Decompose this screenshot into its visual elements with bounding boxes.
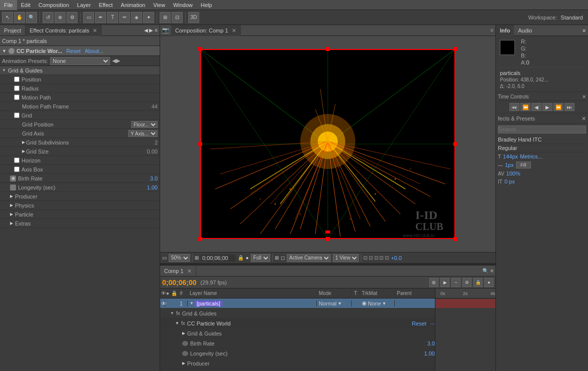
toolbar-pen[interactable]: ✒	[95, 12, 106, 23]
panel-close-btn[interactable]: ✕	[93, 28, 97, 34]
time-controls-close[interactable]: ✕	[582, 94, 586, 100]
position-checkbox[interactable]	[14, 76, 20, 82]
comp-zoom-select[interactable]: 50%	[169, 254, 190, 262]
ep-size-value[interactable]: 144px	[503, 154, 518, 160]
extras-arrow[interactable]: ▶	[10, 221, 13, 226]
preset-next[interactable]: ▶	[116, 58, 120, 64]
grid-subdivisions-expand[interactable]: ▶	[22, 140, 26, 144]
birth-rate-value[interactable]: 3.0	[150, 176, 158, 182]
preset-prev[interactable]: ◀	[112, 58, 116, 64]
comp-tab-main[interactable]: Composition: Comp 1 ✕	[171, 25, 241, 36]
comp-tab-close[interactable]: ✕	[232, 28, 236, 34]
ep-search[interactable]	[498, 126, 586, 134]
motion-path-frame-value[interactable]: 44	[152, 104, 158, 110]
timeline-timecode[interactable]: 0;00;06;00	[162, 278, 197, 286]
comp-fit-icon[interactable]: ⊞	[195, 255, 199, 260]
layer1-mode[interactable]: Normal ▼	[317, 300, 352, 306]
reset-btn[interactable]: Reset	[66, 48, 81, 54]
ep-fill-btn[interactable]: Fill	[516, 162, 531, 168]
comp-res-select[interactable]: Full	[251, 254, 270, 262]
toolbar-stamp[interactable]: ◈	[131, 12, 142, 23]
toolbar-settings[interactable]: ⚙	[67, 12, 78, 23]
section-grid-guides[interactable]: ▼ Grid & Guides	[0, 66, 160, 75]
comp-mask-icon[interactable]: ◻	[281, 255, 285, 260]
horizon-checkbox[interactable]	[14, 158, 20, 163]
comp-lock-icon[interactable]: 🔒	[238, 255, 244, 260]
toolbar-text[interactable]: T	[107, 12, 118, 23]
comp-grid-icon[interactable]: ⊞	[275, 255, 279, 260]
menu-help[interactable]: Help	[197, 0, 216, 10]
tab-audio[interactable]: Audio	[514, 25, 536, 36]
toolbar-move-anchor[interactable]: ⊞	[160, 12, 171, 23]
layer-row-1[interactable]: 👁 1 ▼ [particals] Normal ▼	[160, 298, 435, 308]
anim-presets-select[interactable]: None	[50, 57, 110, 65]
menu-edit[interactable]: Edit	[17, 0, 35, 10]
toolbar-brush[interactable]: ✏	[119, 12, 130, 23]
layer1-eye[interactable]: 👁	[160, 300, 165, 306]
timeline-flow-btn[interactable]: ~	[451, 278, 460, 287]
grid-subdivisions-value[interactable]: 2	[155, 140, 158, 146]
grid-position-select[interactable]: Floor...	[131, 121, 158, 128]
cc-expand[interactable]: ▼	[175, 321, 179, 326]
particle-arrow[interactable]: ▶	[10, 212, 13, 216]
menu-layer[interactable]: Layer	[73, 0, 95, 10]
time-last[interactable]: ⏭	[564, 103, 574, 111]
info-menu-icon[interactable]: ✕	[582, 28, 586, 34]
timeline-render-btn[interactable]: ▶	[440, 278, 449, 287]
ep-baseline-value[interactable]: 0 px	[504, 178, 515, 184]
longevity-tl-value[interactable]: 1.00	[424, 350, 435, 356]
timeline-solo-btn[interactable]: ●	[484, 278, 493, 287]
toolbar-puppet[interactable]: ✦	[143, 12, 154, 23]
timeline-settings-btn[interactable]: ⚙	[462, 278, 471, 287]
menu-composition[interactable]: Composition	[35, 0, 73, 10]
menu-file[interactable]: File	[0, 0, 17, 10]
comp-timecode[interactable]: 0;00;06;00	[201, 254, 236, 262]
menu-window[interactable]: Window	[169, 0, 197, 10]
ep-metrics-label[interactable]: Metrics...	[520, 154, 542, 160]
menu-animation[interactable]: Animation	[117, 0, 149, 10]
tab-comp1[interactable]: Comp 1 ✕	[160, 266, 196, 276]
comp-camera-select[interactable]: Active Camera	[287, 254, 331, 262]
comp-region-icon[interactable]: ▭	[162, 255, 167, 260]
ep-tracking-value[interactable]: 100%	[506, 170, 520, 176]
longevity-value[interactable]: 1.00	[147, 184, 158, 190]
comp-offset[interactable]: +0.0	[391, 255, 402, 261]
panel-menu-icon[interactable]: ◀ ▶ ≡	[144, 28, 158, 33]
cc-reset-btn[interactable]: Reset	[412, 320, 426, 326]
toolbar-rotate[interactable]: ↺	[43, 12, 54, 23]
ep-stroke-value[interactable]: 1px	[505, 162, 514, 168]
axis-box-checkbox[interactable]	[14, 166, 20, 172]
radius-checkbox[interactable]	[14, 86, 20, 91]
toolbar-snapping[interactable]: ⊡	[172, 12, 183, 23]
comp-menu-icon[interactable]: ≡	[490, 28, 493, 33]
time-forward[interactable]: ⏩	[553, 103, 563, 111]
time-play[interactable]: ▶	[542, 103, 552, 111]
timeline-comp-btn[interactable]: ⊞	[429, 278, 438, 287]
about-btn[interactable]: About...	[85, 48, 104, 54]
toolbar-orbit[interactable]: ⊕	[55, 12, 66, 23]
grid-checkbox[interactable]	[14, 112, 20, 118]
toolbar-hand[interactable]: ✋	[14, 12, 25, 23]
toolbar-zoom[interactable]: 🔍	[26, 12, 37, 23]
timeline-tab-close[interactable]: ✕	[187, 268, 192, 274]
time-back[interactable]: ◀	[531, 103, 541, 111]
comp-color-icon[interactable]: ●	[246, 255, 249, 260]
grid-size-value[interactable]: 0.00	[147, 148, 158, 154]
motion-path-checkbox[interactable]	[14, 94, 20, 100]
producer-tl-expand[interactable]: ▶	[182, 361, 185, 366]
birth-rate-tl-value[interactable]: 3.0	[427, 340, 435, 346]
grid-guides-expand[interactable]: ▶	[182, 331, 185, 336]
effects-expand[interactable]: ▼	[170, 311, 174, 316]
tab-info[interactable]: Info	[496, 25, 514, 36]
layer1-track-bar[interactable]	[435, 299, 495, 308]
comp-view-select[interactable]: 1 View	[333, 254, 359, 262]
producer-arrow[interactable]: ▶	[10, 194, 13, 198]
layer1-name[interactable]: ▼ [particals]	[188, 300, 317, 306]
time-prev-frame[interactable]: ⏪	[520, 103, 530, 111]
timeline-menu-icon[interactable]: ≡	[490, 268, 493, 274]
toolbar-select[interactable]: ↖	[2, 12, 13, 23]
tab-project[interactable]: Project	[0, 25, 26, 36]
menu-effect[interactable]: Effect	[95, 0, 117, 10]
grid-axis-select[interactable]: Y Axis...	[128, 130, 158, 137]
physics-arrow[interactable]: ▶	[10, 203, 13, 208]
